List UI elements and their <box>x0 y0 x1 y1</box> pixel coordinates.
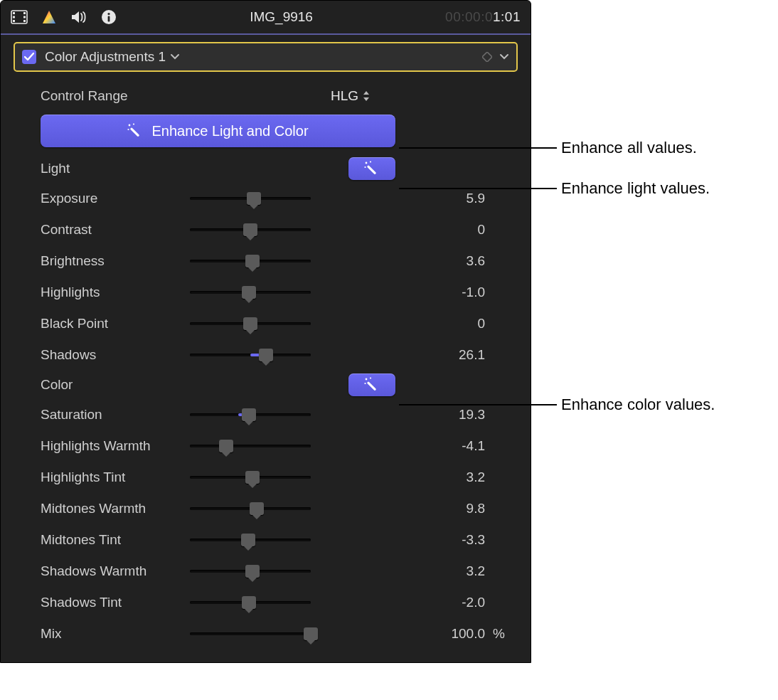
brightness-slider[interactable] <box>190 253 311 269</box>
blackpoint-value[interactable]: 0 <box>421 316 485 332</box>
control-range-select[interactable]: HLG <box>331 88 370 104</box>
blackpoint-label: Black Point <box>41 316 190 332</box>
hltint-label: Highlights Tint <box>41 470 190 485</box>
contrast-label: Contrast <box>41 222 190 238</box>
wand-icon <box>127 123 143 139</box>
effect-header[interactable]: Color Adjustments 1 <box>14 42 518 72</box>
blackpoint-slider[interactable] <box>190 316 311 332</box>
wand-icon <box>364 377 380 393</box>
shadows-slider[interactable] <box>190 347 311 363</box>
shtint-label: Shadows Tint <box>41 595 190 610</box>
mix-value[interactable]: 100.0 <box>421 626 485 642</box>
highlights-slider[interactable] <box>190 285 311 300</box>
highlights-value[interactable]: -1.0 <box>421 285 485 300</box>
shadows-value[interactable]: 26.1 <box>421 347 485 363</box>
hlwarm-slider[interactable] <box>190 438 311 454</box>
midtint-label: Midtones Tint <box>41 532 190 548</box>
effect-preset-chevron-icon[interactable] <box>170 53 180 60</box>
effect-enable-checkbox[interactable] <box>22 50 36 64</box>
callout-enhance-color: Enhance color values. <box>561 396 715 414</box>
keyframe-icon[interactable] <box>482 52 492 62</box>
color-section-row: Color <box>1 371 531 399</box>
sort-arrows-icon <box>363 91 370 101</box>
callout-enhance-all: Enhance all values. <box>561 139 697 157</box>
effect-menu-chevron-icon[interactable] <box>499 53 509 60</box>
hltint-slider[interactable] <box>190 470 311 485</box>
color-tab-icon[interactable] <box>41 9 58 26</box>
enhance-light-button[interactable] <box>348 157 395 180</box>
hlwarm-row: Highlights Warmth-4.1 <box>1 430 531 462</box>
svg-rect-10 <box>23 20 26 22</box>
svg-rect-5 <box>13 12 15 14</box>
svg-rect-14 <box>482 52 492 62</box>
saturation-slider[interactable] <box>190 407 311 423</box>
color-label: Color <box>41 377 348 393</box>
midwarm-label: Midtones Warmth <box>41 501 190 516</box>
brightness-slider-thumb[interactable] <box>245 255 260 267</box>
mix-unit: % <box>488 626 505 642</box>
svg-rect-9 <box>23 16 26 18</box>
shwarm-slider[interactable] <box>190 563 311 579</box>
timecode: 00:00:01:01 <box>445 9 521 25</box>
blackpoint-row: Black Point0 <box>1 308 531 339</box>
shwarm-value[interactable]: 3.2 <box>421 563 485 579</box>
info-tab-icon[interactable] <box>100 9 117 26</box>
inspector-panel: IMG_9916 00:00:01:01 Color Adjustments 1 <box>0 0 531 663</box>
shtint-slider-thumb[interactable] <box>242 596 256 609</box>
brightness-value[interactable]: 3.6 <box>421 253 485 269</box>
shtint-value[interactable]: -2.0 <box>421 595 485 610</box>
mix-slider-thumb[interactable] <box>304 627 318 640</box>
shtint-slider[interactable] <box>190 595 311 610</box>
brightness-label: Brightness <box>41 253 190 269</box>
midtint-value[interactable]: -3.3 <box>421 532 485 548</box>
highlights-label: Highlights <box>41 285 190 300</box>
svg-rect-7 <box>13 20 15 22</box>
highlights-slider-thumb[interactable] <box>242 286 256 299</box>
mix-slider[interactable] <box>190 626 311 642</box>
midwarm-row: Midtones Warmth9.8 <box>1 493 531 524</box>
video-tab-icon[interactable] <box>11 9 28 26</box>
contrast-row: Contrast0 <box>1 214 531 245</box>
saturation-slider-thumb[interactable] <box>242 408 256 421</box>
midtint-row: Midtones Tint-3.3 <box>1 524 531 556</box>
effect-name: Color Adjustments 1 <box>45 49 166 65</box>
shadows-slider-thumb[interactable] <box>259 349 273 361</box>
hltint-value[interactable]: 3.2 <box>421 470 485 485</box>
contrast-value[interactable]: 0 <box>421 222 485 238</box>
hlwarm-label: Highlights Warmth <box>41 438 190 454</box>
hltint-slider-thumb[interactable] <box>245 471 260 484</box>
midtint-slider-thumb[interactable] <box>241 534 255 546</box>
shadows-label: Shadows <box>41 347 190 363</box>
mix-row: Mix100.0% <box>1 618 531 649</box>
hlwarm-value[interactable]: -4.1 <box>421 438 485 454</box>
svg-rect-8 <box>23 12 26 14</box>
contrast-slider[interactable] <box>190 222 311 238</box>
midwarm-value[interactable]: 9.8 <box>421 501 485 516</box>
audio-tab-icon[interactable] <box>70 9 87 26</box>
clip-title: IMG_9916 <box>117 9 445 25</box>
shwarm-slider-thumb[interactable] <box>245 565 260 578</box>
hltint-row: Highlights Tint3.2 <box>1 462 531 493</box>
shwarm-row: Shadows Warmth3.2 <box>1 556 531 587</box>
exposure-slider[interactable] <box>190 191 311 206</box>
control-range-label: Control Range <box>41 88 331 104</box>
brightness-row: Brightness3.6 <box>1 245 531 277</box>
highlights-row: Highlights-1.0 <box>1 277 531 308</box>
contrast-slider-thumb[interactable] <box>243 223 257 236</box>
svg-rect-13 <box>108 16 110 22</box>
inspector-toolbar: IMG_9916 00:00:01:01 <box>1 1 531 35</box>
mix-label: Mix <box>41 626 190 642</box>
blackpoint-slider-thumb[interactable] <box>243 317 257 330</box>
callout-enhance-light: Enhance light values. <box>561 179 710 198</box>
control-range-row: Control Range HLG <box>1 80 531 112</box>
exposure-label: Exposure <box>41 191 190 206</box>
enhance-color-button[interactable] <box>348 373 395 396</box>
shadows-row: Shadows26.1 <box>1 339 531 371</box>
enhance-light-and-color-button[interactable]: Enhance Light and Color <box>41 115 395 147</box>
shwarm-label: Shadows Warmth <box>41 563 190 579</box>
exposure-slider-thumb[interactable] <box>247 192 261 205</box>
midwarm-slider-thumb[interactable] <box>250 502 264 515</box>
midtint-slider[interactable] <box>190 532 311 548</box>
midwarm-slider[interactable] <box>190 501 311 516</box>
hlwarm-slider-thumb[interactable] <box>219 440 233 452</box>
